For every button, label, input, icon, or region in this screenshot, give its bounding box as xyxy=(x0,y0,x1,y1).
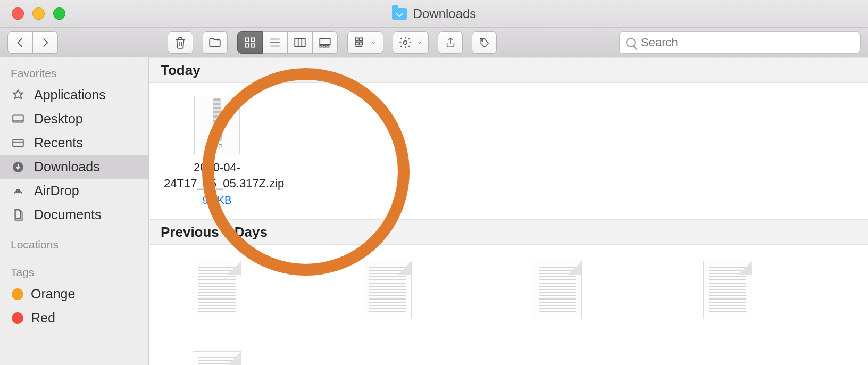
file-grid-today: ZIP 2020-04-24T17_45_05.317Z.zip 94 KB xyxy=(149,83,868,219)
maximize-window-button[interactable] xyxy=(53,7,65,20)
icon-view-icon xyxy=(243,36,257,49)
tag-color-dot xyxy=(12,288,23,300)
edit-tags-button[interactable] xyxy=(472,31,497,54)
share-button[interactable] xyxy=(438,31,463,54)
window-title-text: Downloads xyxy=(413,6,477,21)
file-name-label: 2020-04-24T17_45_05.317Z.zip xyxy=(164,160,270,191)
airdrop-icon xyxy=(10,184,27,198)
recents-icon xyxy=(10,136,27,151)
sidebar-item-airdrop[interactable]: AirDrop xyxy=(0,179,148,203)
sidebar-section-tags: Tags xyxy=(0,262,148,282)
svg-rect-5 xyxy=(320,38,330,44)
sidebar-item-desktop[interactable]: Desktop xyxy=(0,107,148,131)
file-item[interactable]: ZIP 2020-04-24T17_45_05.317Z.zip 94 KB xyxy=(164,96,270,206)
minimize-window-button[interactable] xyxy=(32,7,45,20)
section-header-prev7: Previous 7 Days xyxy=(149,219,868,245)
gear-icon xyxy=(398,36,412,49)
tag-icon xyxy=(479,37,490,48)
zip-file-icon: ZIP xyxy=(194,96,240,154)
zipper-graphic xyxy=(213,98,221,136)
svg-rect-9 xyxy=(355,38,358,40)
window-title: Downloads xyxy=(0,6,868,21)
svg-rect-7 xyxy=(323,45,326,47)
desktop-icon xyxy=(10,112,27,127)
file-item[interactable] xyxy=(504,261,611,319)
file-item[interactable] xyxy=(334,261,440,319)
toolbar xyxy=(0,28,868,57)
file-browser: Today ZIP 2020-04-24T17_45_05.317Z.zip 9… xyxy=(149,57,868,365)
sidebar-item-recents[interactable]: Recents xyxy=(0,131,148,155)
file-grid-prev7 xyxy=(149,245,868,365)
svg-point-14 xyxy=(481,39,483,41)
view-mode-buttons xyxy=(237,31,338,54)
sidebar-item-documents[interactable]: Documents xyxy=(0,203,148,227)
icon-view-button[interactable] xyxy=(237,31,263,54)
document-file-icon xyxy=(193,261,241,319)
file-size-label: 94 KB xyxy=(203,194,231,206)
sidebar-item-label: Orange xyxy=(31,286,75,302)
group-icon xyxy=(353,36,367,49)
sidebar-section-favorites: Favorites xyxy=(0,63,148,83)
sidebar-tag-red[interactable]: Red xyxy=(0,306,148,330)
documents-icon xyxy=(10,208,27,222)
svg-rect-6 xyxy=(320,45,322,47)
column-view-button[interactable] xyxy=(288,31,313,54)
traffic-lights xyxy=(12,7,65,20)
search-field[interactable] xyxy=(619,31,861,54)
window-titlebar: Downloads xyxy=(0,0,868,28)
back-button[interactable] xyxy=(7,31,33,54)
nav-buttons xyxy=(7,31,58,54)
svg-rect-16 xyxy=(13,139,23,146)
trash-button[interactable] xyxy=(168,31,193,54)
list-view-button[interactable] xyxy=(263,31,288,54)
document-file-icon xyxy=(363,261,412,319)
new-folder-icon xyxy=(208,36,222,49)
sidebar-tag-orange[interactable]: Orange xyxy=(0,282,148,306)
search-icon xyxy=(626,38,636,47)
svg-rect-10 xyxy=(355,42,358,44)
svg-rect-0 xyxy=(245,38,249,42)
search-input[interactable] xyxy=(641,36,854,49)
list-view-icon xyxy=(268,36,282,49)
chevron-left-icon xyxy=(13,36,27,49)
sidebar: Favorites Applications Desktop Recents D… xyxy=(0,57,149,365)
svg-rect-2 xyxy=(245,44,249,47)
sidebar-section-locations: Locations xyxy=(0,234,148,254)
document-file-icon xyxy=(703,261,752,319)
file-item[interactable] xyxy=(164,351,270,365)
gallery-view-icon xyxy=(318,36,332,49)
file-item[interactable] xyxy=(164,261,270,319)
document-file-icon xyxy=(533,261,582,319)
file-item[interactable] xyxy=(674,261,781,319)
sidebar-item-downloads[interactable]: Downloads xyxy=(0,155,148,179)
new-folder-button[interactable] xyxy=(203,31,228,54)
svg-point-13 xyxy=(404,40,407,44)
zip-badge-label: ZIP xyxy=(195,143,239,151)
downloads-folder-icon xyxy=(392,8,407,20)
svg-rect-1 xyxy=(251,38,255,42)
chevron-right-icon xyxy=(38,36,52,49)
svg-rect-3 xyxy=(251,44,255,47)
sidebar-item-label: Recents xyxy=(34,135,83,151)
svg-rect-12 xyxy=(360,42,362,44)
apps-icon xyxy=(10,88,27,103)
trash-icon xyxy=(173,36,187,49)
group-by-button[interactable] xyxy=(347,31,383,54)
sidebar-item-label: Documents xyxy=(34,207,101,222)
sidebar-item-label: Desktop xyxy=(34,111,83,127)
column-view-icon xyxy=(293,36,307,49)
svg-rect-8 xyxy=(327,45,329,47)
action-button[interactable] xyxy=(393,31,429,54)
svg-rect-11 xyxy=(360,38,362,40)
gallery-view-button[interactable] xyxy=(313,31,338,54)
sidebar-item-label: AirDrop xyxy=(34,183,79,198)
chevron-down-icon xyxy=(370,39,378,46)
section-header-today: Today xyxy=(149,57,868,83)
sidebar-item-label: Downloads xyxy=(34,159,100,175)
forward-button[interactable] xyxy=(33,31,58,54)
sidebar-item-applications[interactable]: Applications xyxy=(0,83,148,107)
downloads-icon xyxy=(10,160,27,175)
sidebar-item-label: Applications xyxy=(34,87,106,103)
close-window-button[interactable] xyxy=(12,7,24,20)
share-icon xyxy=(445,37,456,48)
